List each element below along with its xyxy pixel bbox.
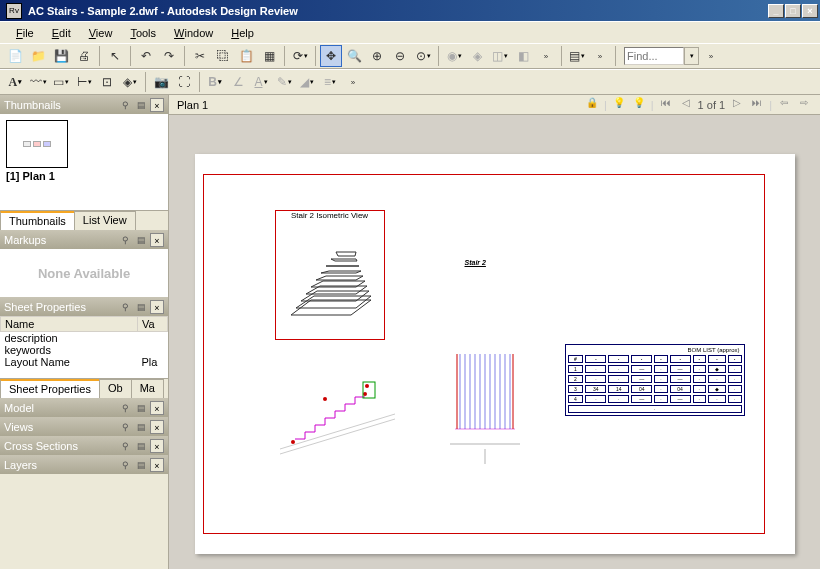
select-button[interactable]: ↖ xyxy=(104,45,126,67)
grid-button[interactable]: ▦ xyxy=(258,45,280,67)
model-header[interactable]: Model ⚲ ▤ × xyxy=(0,398,168,417)
pan-button[interactable]: ✥ xyxy=(320,45,342,67)
tab-markup[interactable]: Ma xyxy=(131,379,164,398)
forward-button[interactable]: ⇨ xyxy=(796,97,812,113)
col-value[interactable]: Va xyxy=(138,317,168,332)
next-page-button[interactable]: ▷ xyxy=(729,97,745,113)
overflow-1[interactable]: » xyxy=(535,45,557,67)
svg-point-3 xyxy=(365,384,369,388)
redo-button[interactable]: ↷ xyxy=(158,45,180,67)
refresh-button[interactable]: ⟳ xyxy=(289,45,311,67)
zoom-extents-button[interactable]: ⊙ xyxy=(412,45,434,67)
panel-close-icon[interactable]: × xyxy=(150,420,164,434)
panel-close-icon[interactable]: × xyxy=(150,233,164,247)
panel-pin-icon[interactable]: ⚲ xyxy=(118,439,132,453)
tab-sheet-properties[interactable]: Sheet Properties xyxy=(0,379,100,398)
angle-button[interactable]: ∠ xyxy=(227,71,249,93)
bom-table: BOM LIST (approx) #········ 1··—·—·◆· 2·… xyxy=(565,344,745,416)
panel-pin-icon[interactable]: ⚲ xyxy=(118,420,132,434)
panel-close-icon[interactable]: × xyxy=(150,98,164,112)
first-page-button[interactable]: ⏮ xyxy=(658,97,674,113)
views-header[interactable]: Views ⚲ ▤ × xyxy=(0,417,168,436)
sheet-props-header: Sheet Properties ⚲ ▤ × xyxy=(0,297,168,316)
menu-help[interactable]: Help xyxy=(223,25,262,41)
tab-object[interactable]: Ob xyxy=(99,379,132,398)
tab-list-view[interactable]: List View xyxy=(74,211,136,230)
bulb2-icon[interactable]: 💡 xyxy=(631,97,647,113)
lineweight-button[interactable]: ≡ xyxy=(319,71,341,93)
snapshot-tool[interactable]: 📷 xyxy=(150,71,172,93)
panel-close-icon[interactable]: × xyxy=(150,300,164,314)
menu-edit[interactable]: Edit xyxy=(44,25,79,41)
prev-page-button[interactable]: ◁ xyxy=(678,97,694,113)
panel-menu-icon[interactable]: ▤ xyxy=(134,458,148,472)
panel-menu-icon[interactable]: ▤ xyxy=(134,401,148,415)
text-tool[interactable]: A xyxy=(4,71,26,93)
panel-pin-icon[interactable]: ⚲ xyxy=(118,401,132,415)
print-button[interactable]: 🖨 xyxy=(73,45,95,67)
elev-label: Stair 2 xyxy=(465,259,486,266)
panel-menu-icon[interactable]: ▤ xyxy=(134,300,148,314)
symbol-tool[interactable]: ◈ xyxy=(119,71,141,93)
menu-window[interactable]: Window xyxy=(166,25,221,41)
region-tool[interactable]: ⛶ xyxy=(173,71,195,93)
find-input[interactable] xyxy=(624,47,684,65)
orbit-button[interactable]: ◉ xyxy=(443,45,465,67)
menu-file[interactable]: File xyxy=(8,25,42,41)
new-button[interactable]: 📄 xyxy=(4,45,26,67)
zoom-out-button[interactable]: ⊖ xyxy=(389,45,411,67)
font-color-button[interactable]: A xyxy=(250,71,272,93)
bold-button[interactable]: B xyxy=(204,71,226,93)
panel-pin-icon[interactable]: ⚲ xyxy=(118,98,132,112)
cut-button[interactable]: ✂ xyxy=(189,45,211,67)
col-name[interactable]: Name xyxy=(1,317,138,332)
last-page-button[interactable]: ⏭ xyxy=(749,97,765,113)
zoom-window-button[interactable]: 🔍 xyxy=(343,45,365,67)
drawing-canvas[interactable]: Stair 2 Isometric View xyxy=(169,115,820,569)
palette-button[interactable]: ▤ xyxy=(566,45,588,67)
zoom-in-button[interactable]: ⊕ xyxy=(366,45,388,67)
section-button[interactable]: ◧ xyxy=(512,45,534,67)
3d-button[interactable]: ◈ xyxy=(466,45,488,67)
layers-header[interactable]: Layers ⚲ ▤ × xyxy=(0,455,168,474)
overflow-4[interactable]: » xyxy=(342,71,364,93)
freehand-tool[interactable]: 〰 xyxy=(27,71,49,93)
menu-view[interactable]: View xyxy=(81,25,121,41)
tab-thumbnails[interactable]: Thumbnails xyxy=(0,211,75,230)
open-button[interactable]: 📁 xyxy=(27,45,49,67)
panel-close-icon[interactable]: × xyxy=(150,458,164,472)
cross-sections-header[interactable]: Cross Sections ⚲ ▤ × xyxy=(0,436,168,455)
find-dropdown[interactable]: ▾ xyxy=(684,47,699,65)
back-button[interactable]: ⇦ xyxy=(776,97,792,113)
stair-elev-icon xyxy=(445,349,535,469)
maximize-button[interactable]: □ xyxy=(785,4,801,18)
shape-tool[interactable]: ▭ xyxy=(50,71,72,93)
panel-pin-icon[interactable]: ⚲ xyxy=(118,233,132,247)
panel-close-icon[interactable]: × xyxy=(150,439,164,453)
panel-menu-icon[interactable]: ▤ xyxy=(134,233,148,247)
close-button[interactable]: × xyxy=(802,4,818,18)
svg-point-4 xyxy=(291,440,295,444)
dimension-tool[interactable]: ⊢ xyxy=(73,71,95,93)
panel-close-icon[interactable]: × xyxy=(150,401,164,415)
fill-color-button[interactable]: ◢ xyxy=(296,71,318,93)
panel-menu-icon[interactable]: ▤ xyxy=(134,439,148,453)
stamp-tool[interactable]: ⊡ xyxy=(96,71,118,93)
overflow-2[interactable]: » xyxy=(589,45,611,67)
menu-tools[interactable]: Tools xyxy=(122,25,164,41)
paste-button[interactable]: 📋 xyxy=(235,45,257,67)
line-color-button[interactable]: ✎ xyxy=(273,71,295,93)
overflow-3[interactable]: » xyxy=(700,45,722,67)
copy-button[interactable]: ⿻ xyxy=(212,45,234,67)
minimize-button[interactable]: _ xyxy=(768,4,784,18)
panel-pin-icon[interactable]: ⚲ xyxy=(118,300,132,314)
save-button[interactable]: 💾 xyxy=(50,45,72,67)
undo-button[interactable]: ↶ xyxy=(135,45,157,67)
panel-pin-icon[interactable]: ⚲ xyxy=(118,458,132,472)
lock-icon[interactable]: 🔒 xyxy=(584,97,600,113)
view-button[interactable]: ◫ xyxy=(489,45,511,67)
panel-menu-icon[interactable]: ▤ xyxy=(134,98,148,112)
bulb-icon[interactable]: 💡 xyxy=(611,97,627,113)
panel-menu-icon[interactable]: ▤ xyxy=(134,420,148,434)
thumbnail-item[interactable] xyxy=(6,120,68,168)
